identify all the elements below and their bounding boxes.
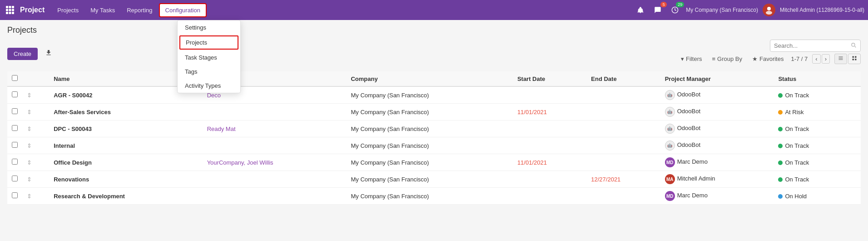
header-start-date[interactable]: Start Date	[513, 71, 586, 86]
export-button[interactable]	[41, 47, 56, 60]
project-name[interactable]: DPC - S00043	[54, 126, 92, 132]
project-name[interactable]: AGR - S00042	[54, 92, 92, 99]
table-row[interactable]: ⇕After-Sales ServicesMy Company (San Fra…	[7, 104, 861, 120]
project-start-date: 11/01/2021	[513, 104, 586, 120]
svg-rect-3	[6, 9, 8, 11]
project-name[interactable]: After-Sales Services	[54, 109, 111, 115]
project-customer	[203, 188, 347, 205]
notifications-bell[interactable]	[634, 4, 647, 16]
svg-rect-5	[12, 9, 14, 11]
status-label: On Track	[785, 126, 809, 132]
header-company[interactable]: Company	[346, 71, 512, 86]
table-row[interactable]: ⇕AGR - S00042DecoMy Company (San Francis…	[7, 86, 861, 104]
drag-handle[interactable]: ⇕	[27, 159, 32, 166]
drag-handle[interactable]: ⇕	[27, 193, 32, 200]
row-checkbox[interactable]	[12, 125, 18, 131]
project-name[interactable]: Renovations	[54, 176, 89, 183]
dropdown-item-task-stages[interactable]: Task Stages	[178, 50, 240, 65]
groupby-label: Group By	[717, 55, 742, 62]
status-dot	[778, 177, 783, 182]
nav-item-reporting[interactable]: Reporting	[121, 4, 158, 16]
project-name[interactable]: Office Design	[54, 159, 92, 166]
row-checkbox[interactable]	[12, 108, 18, 114]
manager-name: OdooBot	[677, 125, 700, 131]
table-row[interactable]: ⇕InternalMy Company (San Francisco)🤖Odoo…	[7, 137, 861, 154]
search-icon[interactable]	[850, 42, 857, 50]
dropdown-item-settings[interactable]: Settings	[178, 20, 240, 35]
top-toolbar: Create ▾ Filters ≡ Group By	[7, 40, 861, 68]
svg-rect-14	[853, 59, 854, 60]
svg-rect-4	[9, 9, 11, 11]
project-name[interactable]: Research & Development	[54, 193, 125, 200]
project-start-date: 11/01/2021	[513, 154, 586, 171]
manager-name: OdooBot	[677, 141, 700, 148]
drag-handle[interactable]: ⇕	[27, 176, 32, 183]
header-status[interactable]: Status	[774, 71, 850, 86]
status-dot	[778, 144, 783, 148]
row-extra	[850, 86, 861, 104]
create-button[interactable]: Create	[7, 48, 38, 60]
header-checkbox-col	[7, 71, 22, 86]
group-by-button[interactable]: ≡ Group By	[709, 54, 745, 64]
view-toggle	[834, 54, 861, 64]
status-dot	[778, 93, 783, 98]
project-manager: MAMitchell Admin	[660, 171, 774, 188]
manager-avatar: MA	[665, 174, 675, 184]
project-name[interactable]: Internal	[54, 142, 75, 149]
dropdown-item-activity-types[interactable]: Activity Types	[178, 79, 240, 93]
row-checkbox[interactable]	[12, 192, 18, 198]
project-end-date	[586, 188, 660, 205]
project-end-date	[586, 154, 660, 171]
apps-icon[interactable]	[4, 4, 16, 16]
table-row[interactable]: ⇕Research & DevelopmentMy Company (San F…	[7, 188, 861, 205]
list-view-button[interactable]	[834, 54, 847, 64]
activity-icon[interactable]: 29	[669, 4, 681, 16]
drag-handle[interactable]: ⇕	[27, 142, 32, 149]
nav-item-projects[interactable]: Projects	[52, 4, 84, 16]
drag-handle[interactable]: ⇕	[27, 126, 32, 132]
table-row[interactable]: ⇕RenovationsMy Company (San Francisco)12…	[7, 171, 861, 188]
user-name[interactable]: Mitchell Admin (11286969-15-0-all)	[780, 7, 864, 13]
manager-avatar: MD	[665, 157, 675, 167]
svg-rect-6	[6, 12, 8, 14]
manager-name: OdooBot	[677, 108, 700, 115]
header-project-manager[interactable]: Project Manager	[660, 71, 774, 86]
svg-rect-1	[9, 6, 11, 8]
project-company: My Company (San Francisco)	[346, 86, 512, 104]
table-row[interactable]: ⇕Office DesignYourCompany, Joel WillisMy…	[7, 154, 861, 171]
nav-item-mytasks[interactable]: My Tasks	[85, 4, 120, 16]
dropdown-item-projects[interactable]: Projects	[179, 35, 238, 50]
project-start-date	[513, 137, 586, 154]
table-row[interactable]: ⇕DPC - S00043Ready MatMy Company (San Fr…	[7, 120, 861, 137]
row-extra	[850, 104, 861, 120]
row-checkbox[interactable]	[12, 159, 18, 165]
project-customer	[203, 171, 347, 188]
row-checkbox[interactable]	[12, 142, 18, 148]
search-input[interactable]	[774, 42, 850, 49]
prev-page-button[interactable]: ‹	[812, 54, 820, 64]
row-checkbox[interactable]	[12, 91, 18, 97]
row-checkbox[interactable]	[12, 176, 18, 181]
header-extra	[850, 71, 861, 86]
pagination-info: 1-7 / 7	[791, 55, 808, 62]
header-end-date[interactable]: End Date	[586, 71, 660, 86]
drag-handle[interactable]: ⇕	[27, 109, 32, 115]
filters-button[interactable]: ▾ Filters	[678, 54, 704, 64]
drag-handle[interactable]: ⇕	[27, 92, 32, 99]
company-info: My Company (San Francisco)	[686, 7, 758, 13]
kanban-view-button[interactable]	[848, 54, 861, 64]
search-bar	[770, 40, 861, 52]
project-start-date	[513, 86, 586, 104]
next-page-button[interactable]: ›	[822, 54, 830, 64]
select-all-checkbox[interactable]	[12, 75, 18, 81]
groupby-icon: ≡	[712, 55, 715, 62]
favorites-button[interactable]: ★ Favorites	[749, 54, 786, 64]
dropdown-item-tags[interactable]: Tags	[178, 65, 240, 79]
project-start-date	[513, 171, 586, 188]
messages-icon[interactable]: 5	[651, 4, 664, 16]
project-status: On Track	[774, 120, 850, 137]
status-dot	[778, 110, 783, 115]
nav-item-configuration[interactable]: Configuration	[159, 3, 207, 17]
svg-rect-15	[855, 59, 857, 60]
project-manager: 🤖OdooBot	[660, 104, 774, 120]
